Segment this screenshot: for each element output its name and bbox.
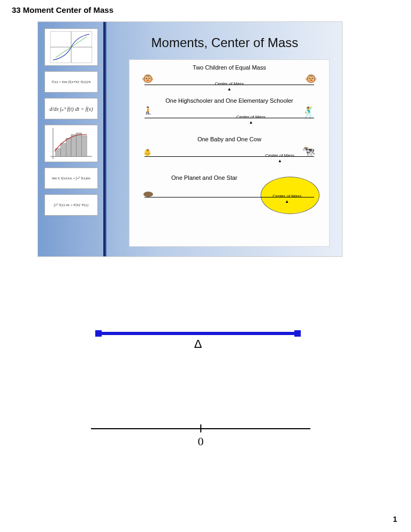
com-mark-1: Center of Mass bbox=[215, 81, 243, 92]
thumbnail-sidebar: f'(x) = lim (f(x+h)−f(x))/h d/dx ∫ₐˣ f(t… bbox=[44, 28, 98, 250]
page-number: 1 bbox=[393, 515, 397, 523]
riemann-icon bbox=[45, 125, 97, 162]
origin-tick bbox=[200, 424, 201, 432]
thumb-2: f'(x) = lim (f(x+h)−f(x))/h bbox=[44, 71, 98, 93]
fulcrum-icon: Δ bbox=[194, 337, 202, 351]
page-title: 33 Moment Center of Mass bbox=[12, 5, 113, 14]
example-2: One Highschooler and One Elementary Scho… bbox=[130, 93, 329, 126]
svg-rect-6 bbox=[56, 149, 61, 157]
com-mark-4: Center of Mass bbox=[272, 194, 301, 204]
balance-beam bbox=[96, 332, 300, 335]
sidebar-divider bbox=[103, 22, 106, 256]
cow-icon: 🐄 bbox=[302, 145, 315, 157]
planet-icon bbox=[143, 192, 153, 197]
thumb-5: lim Σ f(xᵢ)Δxᵢ = ∫ₐᵇ f(x)dx bbox=[44, 168, 98, 189]
example-2-row: 🧎 🕺 Center of Mass bbox=[139, 105, 319, 124]
slide-container: f'(x) = lim (f(x+h)−f(x))/h d/dx ∫ₐˣ f(t… bbox=[37, 21, 342, 257]
slide-title: Moments, Center of Mass bbox=[118, 35, 331, 50]
example-1-row: 🐵 🐵 Center of Mass bbox=[139, 72, 319, 91]
example-2-label: One Highschooler and One Elementary Scho… bbox=[139, 97, 319, 104]
content-panel: Two Children of Equal Mass 🐵 🐵 Center of… bbox=[129, 59, 330, 247]
thumb-3: d/dx ∫ₐˣ f(t) dt = f(x) bbox=[44, 98, 98, 119]
example-3-label: One Baby and One Cow bbox=[139, 136, 319, 142]
svg-rect-7 bbox=[61, 143, 66, 156]
example-1: Two Children of Equal Mass 🐵 🐵 Center of… bbox=[130, 60, 329, 93]
example-1-label: Two Children of Equal Mass bbox=[139, 64, 319, 71]
elementary-icon: 🧎 bbox=[143, 106, 153, 115]
baby-icon: 👶 bbox=[143, 149, 151, 156]
com-mark-3: Center of Mass bbox=[265, 153, 294, 163]
example-4: One Planet and One Star Center of Mass bbox=[130, 170, 329, 216]
thumb-4 bbox=[44, 125, 98, 162]
child-right-icon: 🐵 bbox=[305, 73, 317, 85]
beam-endpoint-right bbox=[294, 330, 301, 337]
thumb-1 bbox=[44, 28, 98, 66]
origin-label: 0 bbox=[198, 435, 204, 449]
beam-2 bbox=[144, 118, 314, 118]
child-left-icon: 🐵 bbox=[142, 73, 154, 85]
svg-rect-9 bbox=[71, 134, 77, 156]
graph-icon bbox=[45, 29, 97, 65]
highschooler-icon: 🕺 bbox=[302, 106, 315, 119]
svg-rect-8 bbox=[66, 138, 71, 156]
formula-text: d/dx ∫ₐˣ f(t) dt = f(x) bbox=[49, 106, 93, 112]
balance-figure: Δ bbox=[96, 326, 300, 359]
number-line-figure: 0 bbox=[91, 423, 310, 455]
svg-rect-11 bbox=[81, 135, 87, 156]
example-3: One Baby and One Cow 👶 🐄 Center of Mass bbox=[130, 132, 329, 165]
example-3-row: 👶 🐄 Center of Mass bbox=[139, 143, 319, 163]
example-4-row: Center of Mass bbox=[139, 182, 319, 214]
svg-rect-10 bbox=[77, 133, 82, 157]
com-mark-2: Center of Mass bbox=[237, 115, 265, 125]
thumb-6: ∫ₐᵇ f(x) dx = F(b)−F(a) bbox=[44, 194, 98, 216]
